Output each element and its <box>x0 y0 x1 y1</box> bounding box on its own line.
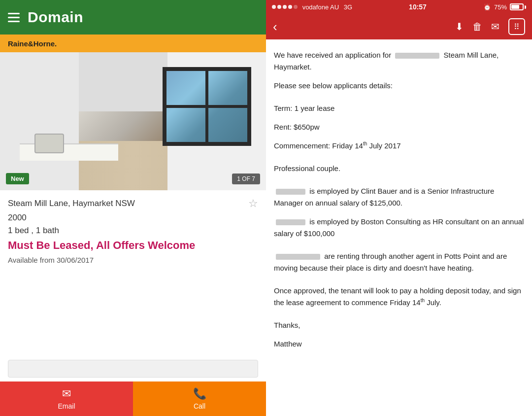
redacted-couple <box>276 254 320 260</box>
signal-area: vodafone AU 3G <box>272 3 352 11</box>
status-bar: vodafone AU 3G 10:57 ⏰ 75% <box>266 0 532 14</box>
domain-logo: Domain <box>28 9 83 26</box>
redacted-person2 <box>276 219 305 225</box>
property-postcode: 2000 <box>8 213 258 223</box>
battery-icon <box>510 3 526 10</box>
email-sender: Matthew <box>274 338 524 350</box>
call-label: Call <box>194 402 205 410</box>
left-panel: Domain Raine&Horne. New 1 OF 7 Steam Mil… <box>0 0 266 416</box>
email-rent: Rent: $650pw <box>274 121 524 133</box>
carrier-name: vodafone AU <box>302 3 339 11</box>
beds-baths: 1 bed , 1 bath <box>8 226 258 236</box>
battery-percent: 75% <box>494 3 507 11</box>
email-commencement: Commencement: Friday 14th July 2017 <box>274 140 524 152</box>
email-deposit: Once approved, the tenant will look to p… <box>274 285 524 309</box>
email-please-see: Please see below applicants details: <box>274 80 524 92</box>
email-movement: are renting through another agent in Pot… <box>274 250 524 274</box>
bottom-bar: ✉ Email 📞 Call <box>0 381 266 416</box>
alarm-icon: ⏰ <box>483 3 491 11</box>
mail-icon[interactable]: ✉ <box>491 21 499 33</box>
address-row: Steam Mill Lane, Haymarket NSW ☆ <box>8 197 258 210</box>
email-icon: ✉ <box>62 387 71 400</box>
email-person2: is employed by Boston Consulting as HR c… <box>274 216 524 240</box>
more-options-button[interactable]: ⠿ <box>508 18 525 35</box>
right-panel: vodafone AU 3G 10:57 ⏰ 75% ‹ ⬇ 🗑 ✉ ⠿ <box>266 0 532 416</box>
property-details: Steam Mill Lane, Haymarket NSW ☆ 2000 1 … <box>0 190 266 356</box>
battery-area: ⏰ 75% <box>483 3 526 11</box>
signal-dot-1 <box>272 5 276 9</box>
favourite-icon[interactable]: ☆ <box>248 197 258 210</box>
agency-bar: Raine&Horne. <box>0 35 266 52</box>
email-thanks: Thanks, <box>274 319 524 331</box>
email-label: Email <box>58 402 75 410</box>
signal-dot-4 <box>288 5 292 9</box>
email-term: Term: 1 year lease <box>274 103 524 114</box>
call-button[interactable]: 📞 Call <box>133 381 266 416</box>
archive-icon[interactable]: ⬇ <box>455 21 464 33</box>
email-intro-line: We have received an application for Stea… <box>274 49 524 73</box>
toolbar-left: ‹ <box>273 20 277 33</box>
available-date: Available from 30/06/2017 <box>8 256 258 264</box>
grid-icon: ⠿ <box>514 22 520 32</box>
search-bar[interactable] <box>8 360 258 378</box>
back-button[interactable]: ‹ <box>273 20 277 33</box>
domain-header: Domain <box>0 0 266 35</box>
signal-dot-5 <box>294 5 298 9</box>
phone-icon: 📞 <box>193 387 206 400</box>
email-button[interactable]: ✉ Email <box>0 381 133 416</box>
email-toolbar: ‹ ⬇ 🗑 ✉ ⠿ <box>266 14 532 39</box>
property-address: Steam Mill Lane, Haymarket NSW <box>8 199 135 208</box>
email-couple: Professional couple. <box>274 163 524 174</box>
property-image-container: New 1 OF 7 <box>0 52 266 190</box>
email-body: We have received an application for Stea… <box>266 39 532 416</box>
delete-icon[interactable]: 🗑 <box>472 21 482 33</box>
property-image[interactable] <box>0 52 266 190</box>
status-time: 10:57 <box>409 3 427 11</box>
redacted-person1 <box>276 189 305 195</box>
new-badge: New <box>6 173 29 184</box>
signal-dot-3 <box>283 5 287 9</box>
signal-dot-2 <box>277 5 281 9</box>
agency-name: Raine&Horne. <box>8 39 57 48</box>
listing-title: Must Be Leased, All Offers Welcome <box>8 239 258 253</box>
photo-count: 1 OF 7 <box>232 173 260 184</box>
network-type: 3G <box>344 3 352 11</box>
hamburger-menu-button[interactable] <box>8 13 20 22</box>
toolbar-right: ⬇ 🗑 ✉ ⠿ <box>455 18 525 35</box>
redacted-address <box>395 53 439 59</box>
email-person1: is employed by Clint Bauer and is a Seni… <box>274 185 524 209</box>
